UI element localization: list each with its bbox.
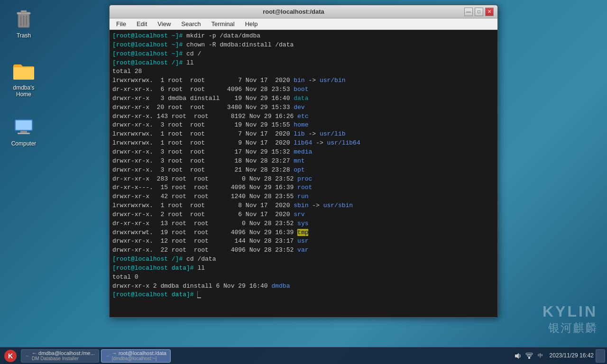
svg-text:K: K [8, 352, 13, 360]
taskbar-launcher[interactable]: K [2, 349, 19, 363]
taskbar-btn-dmdba[interactable]: ← ← dmdba@localhost:/me... DM Database I… [21, 349, 99, 363]
computer-icon-img [12, 116, 35, 138]
svg-rect-2 [21, 10, 27, 13]
taskbar-sys-tray: 中 [511, 352, 548, 360]
terminal-menubar: File Edit View Search Terminal Help [110, 18, 497, 30]
terminal-window: root@localhost:/data — □ ✕ File Edit Vie… [109, 5, 498, 318]
trash-icon[interactable]: Trash [5, 5, 43, 42]
taskbar: K ← ← dmdba@localhost:/me... DM Database… [0, 347, 607, 364]
taskbar-btn-root[interactable]: → → root@localhost:/data [dmdba@localhos… [101, 349, 171, 363]
terminal-title: root@localhost:/data [123, 8, 464, 15]
terminal-titlebar: root@localhost:/data — □ ✕ [110, 5, 497, 18]
ime-icon[interactable]: 中 [536, 352, 545, 360]
close-button[interactable]: ✕ [485, 8, 494, 16]
trash-label: Trash [17, 32, 31, 39]
menu-file[interactable]: File [111, 19, 131, 28]
menu-view[interactable]: View [153, 19, 175, 28]
computer-label: Computer [11, 140, 37, 147]
kylin-en-text: KYLIN [543, 303, 598, 320]
maximize-button[interactable]: □ [475, 8, 483, 16]
menu-terminal[interactable]: Terminal [207, 19, 239, 28]
taskbar-btn1-label: ← dmdba@localhost:/me... [32, 350, 95, 356]
minimize-button[interactable]: — [464, 8, 473, 16]
folder-icon-img [12, 60, 35, 82]
terminal-body[interactable]: [root@localhost ~]# mkdir -p /data/dmdba… [110, 30, 497, 317]
menu-help[interactable]: Help [240, 19, 263, 28]
window-controls[interactable]: — □ ✕ [464, 8, 494, 16]
dmdba-home-icon[interactable]: dmdba'sHome [5, 57, 43, 100]
volume-icon[interactable] [514, 352, 522, 360]
kylin-cn-text: 银河麒麟 [543, 320, 598, 336]
taskbar-btn2-sub: [dmdba@localhost:~] [112, 356, 166, 361]
svg-rect-9 [18, 133, 30, 134]
taskbar-btn1-sub: DM Database Installer [32, 356, 95, 361]
clock-datetime: 2023/11/29 16:42 [550, 352, 594, 360]
trash-icon-img [12, 8, 35, 30]
menu-edit[interactable]: Edit [132, 19, 152, 28]
desktop: Trash dmdba'sHome Computer KYLIN 银河麒麟 [0, 0, 607, 364]
taskbar-btn2-label: → root@localhost:/data [112, 350, 166, 356]
svg-rect-15 [526, 353, 533, 355]
svg-rect-7 [16, 120, 32, 130]
svg-rect-13 [528, 357, 530, 359]
kylin-watermark: KYLIN 银河麒麟 [543, 303, 598, 336]
dmdba-home-label: dmdba'sHome [13, 84, 35, 98]
svg-rect-14 [527, 355, 531, 356]
show-desktop-button[interactable] [596, 349, 605, 363]
computer-icon[interactable]: Computer [5, 113, 43, 150]
btn-arrow-1: ← [25, 353, 30, 358]
btn-arrow-2: → [105, 353, 110, 358]
svg-marker-12 [515, 353, 519, 359]
taskbar-clock: 2023/11/29 16:42 [550, 352, 594, 360]
network-icon[interactable] [525, 352, 533, 360]
menu-search[interactable]: Search [176, 19, 205, 28]
svg-rect-8 [20, 131, 27, 133]
